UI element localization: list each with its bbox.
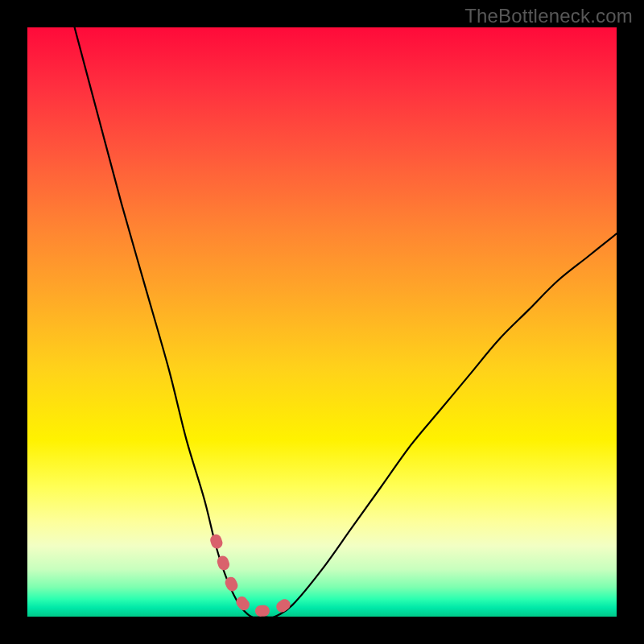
valley-highlight-dashes — [216, 540, 292, 612]
chart-svg — [27, 27, 617, 617]
plot-area — [27, 27, 617, 617]
chart-frame: TheBottleneck.com — [0, 0, 644, 644]
watermark-text: TheBottleneck.com — [464, 5, 633, 27]
bottleneck-curve-line — [75, 27, 617, 617]
